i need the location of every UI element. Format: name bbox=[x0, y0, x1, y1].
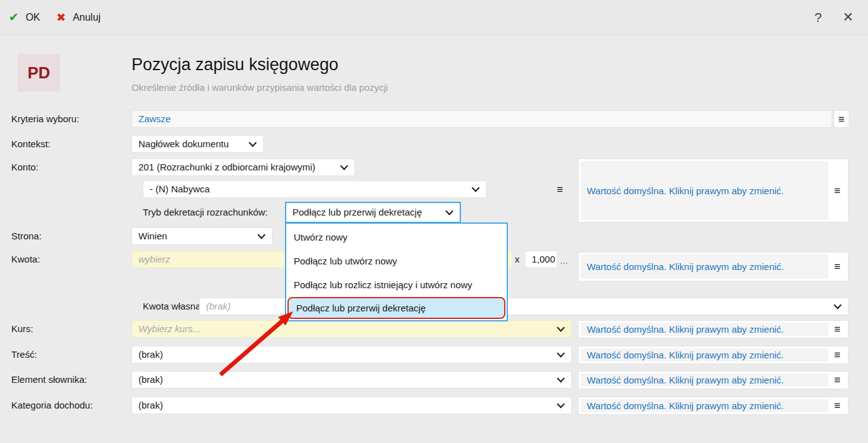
dropdown-option-podlacz-rozlicz-utworz[interactable]: Podłącz lub rozlicz istniejący i utwórz … bbox=[286, 273, 507, 297]
strona-label: Strona: bbox=[11, 227, 41, 245]
menu-icon: ≡ bbox=[834, 185, 840, 196]
menu-icon: ≡ bbox=[557, 184, 563, 195]
konto-select[interactable]: 201 (Rozrachunki z odbiorcami krajowymi) bbox=[132, 159, 355, 176]
strona-select[interactable]: Winien bbox=[132, 227, 272, 245]
subkonto-value: - (N) Nabywca bbox=[150, 184, 210, 194]
cancel-button[interactable]: ✖ Anuluj bbox=[56, 11, 101, 24]
menu-icon: ≡ bbox=[834, 350, 840, 360]
ok-button[interactable]: ✔ OK bbox=[9, 10, 40, 24]
chevron-down-icon bbox=[557, 350, 565, 358]
kwota-multiplier-input[interactable]: 1,000 bbox=[525, 251, 557, 268]
konto-hint-menu-button[interactable]: ≡ bbox=[829, 161, 846, 220]
close-icon[interactable]: × bbox=[843, 9, 853, 26]
toolbar-left: ✔ OK ✖ Anuluj bbox=[0, 10, 101, 24]
kwota-hint-menu-button[interactable]: ≡ bbox=[829, 254, 846, 279]
tresc-default-hint-text: Wartość domyślna. Kliknij prawym aby zmi… bbox=[581, 348, 829, 362]
toolbar-right: ? × bbox=[815, 9, 868, 26]
menu-icon: ≡ bbox=[834, 400, 840, 411]
chevron-down-icon bbox=[445, 207, 453, 216]
tryb-dekretacji-dropdown-list: Utwórz nowy Podłącz lub utwórz nowy Podł… bbox=[285, 222, 508, 321]
kontekst-value: Nagłówek dokumentu bbox=[138, 138, 229, 149]
element-default-hint-text: Wartość domyślna. Kliknij prawym aby zmi… bbox=[581, 373, 829, 387]
tresc-label: Treść: bbox=[11, 346, 37, 363]
tresc-hint-menu-button[interactable]: ≡ bbox=[829, 348, 846, 362]
tryb-dekretacji-value: Podłącz lub przerwij dekretację bbox=[292, 207, 422, 217]
kryteria-wyboru-field[interactable]: Zawsze bbox=[132, 110, 832, 128]
menu-icon: ≡ bbox=[834, 375, 840, 385]
kryteria-wyboru-label: Kryteria wyboru: bbox=[11, 110, 79, 128]
page-title: Pozycja zapisu księgowego bbox=[132, 55, 338, 75]
chevron-down-icon bbox=[249, 139, 257, 147]
kontekst-select[interactable]: Nagłówek dokumentu bbox=[132, 135, 264, 153]
chevron-down-icon bbox=[472, 184, 480, 192]
element-slownika-select[interactable]: (brak) bbox=[132, 371, 572, 388]
pd-badge: PD bbox=[18, 54, 60, 91]
tresc-value: (brak) bbox=[138, 349, 163, 360]
cross-icon: ✖ bbox=[56, 11, 66, 24]
kurs-input[interactable]: Wybierz kurs... bbox=[132, 320, 572, 338]
konto-default-hint-text: Wartość domyślna. Kliknij prawym aby zmi… bbox=[581, 161, 829, 220]
help-icon[interactable]: ? bbox=[815, 10, 822, 25]
konto-value: 201 (Rozrachunki z odbiorcami krajowymi) bbox=[138, 162, 316, 172]
element-hint-menu-button[interactable]: ≡ bbox=[829, 373, 846, 387]
kwota-more-button[interactable]: ... bbox=[560, 252, 568, 269]
kurs-default-hint-text: Wartość domyślna. Kliknij prawym aby zmi… bbox=[581, 323, 829, 336]
chevron-down-icon bbox=[340, 162, 348, 170]
chevron-down-icon bbox=[557, 400, 565, 409]
kurs-default-hint-panel[interactable]: Wartość domyślna. Kliknij prawym aby zmi… bbox=[578, 320, 849, 338]
dialog-pozycja-zapisu: ✔ OK ✖ Anuluj ? × PD Pozycja zapisu księ… bbox=[0, 0, 868, 443]
strona-value: Winien bbox=[138, 231, 167, 241]
kategoria-dochodu-label: Kategoria dochodu: bbox=[11, 397, 93, 414]
chevron-down-icon bbox=[834, 301, 842, 310]
dropdown-option-podlacz-przerwij-selected[interactable]: Podłącz lub przerwij dekretację bbox=[287, 297, 505, 319]
check-icon: ✔ bbox=[9, 10, 19, 24]
kategoria-dochodu-select[interactable]: (brak) bbox=[132, 397, 572, 414]
kurs-hint-menu-button[interactable]: ≡ bbox=[829, 323, 846, 336]
menu-icon: ≡ bbox=[834, 324, 840, 335]
kategoria-default-hint-panel[interactable]: Wartość domyślna. Kliknij prawym aby zmi… bbox=[578, 397, 849, 415]
chevron-down-icon bbox=[557, 324, 565, 332]
dropdown-option-utworz-nowy[interactable]: Utwórz nowy bbox=[286, 226, 507, 249]
kwota-wlasna-label: Kwota własna: bbox=[143, 298, 204, 315]
kryteria-wyboru-value: Zawsze bbox=[138, 113, 171, 124]
subkonto-select[interactable]: - (N) Nabywca bbox=[143, 180, 487, 198]
kwota-multiplier-label: x bbox=[515, 251, 520, 268]
kwota-placeholder: wybierz bbox=[138, 254, 170, 264]
chevron-down-icon bbox=[257, 231, 266, 239]
dropdown-option-podlacz-lub-utworz[interactable]: Podłącz lub utwórz nowy bbox=[286, 249, 507, 273]
cancel-button-label: Anuluj bbox=[73, 12, 100, 23]
kwota-label: Kwota: bbox=[11, 251, 40, 268]
tryb-dekretacji-select[interactable]: Podłącz lub przerwij dekretację bbox=[285, 202, 461, 223]
kurs-placeholder: Wybierz kurs... bbox=[138, 323, 200, 334]
kryteria-menu-button[interactable]: ≡ bbox=[834, 110, 849, 128]
tresc-select[interactable]: (brak) bbox=[132, 346, 572, 363]
kategoria-dochodu-value: (brak) bbox=[138, 400, 163, 410]
tresc-default-hint-panel[interactable]: Wartość domyślna. Kliknij prawym aby zmi… bbox=[578, 346, 849, 364]
konto-label: Konto: bbox=[11, 159, 38, 176]
konto-default-hint-panel[interactable]: Wartość domyślna. Kliknij prawym aby zmi… bbox=[578, 159, 849, 222]
red-arrow-annotation bbox=[213, 300, 301, 381]
kategoria-hint-menu-button[interactable]: ≡ bbox=[829, 399, 846, 412]
element-slownika-value: (brak) bbox=[138, 374, 163, 385]
subkonto-menu-button[interactable]: ≡ bbox=[554, 180, 566, 198]
menu-icon: ≡ bbox=[839, 114, 845, 125]
menu-icon: ≡ bbox=[834, 261, 840, 272]
element-slownika-label: Element słownika: bbox=[11, 371, 87, 388]
chevron-down-icon bbox=[557, 375, 565, 383]
kategoria-default-hint-text: Wartość domyślna. Kliknij prawym aby zmi… bbox=[581, 399, 829, 412]
kurs-label: Kurs: bbox=[11, 320, 33, 338]
toolbar: ✔ OK ✖ Anuluj ? × bbox=[0, 0, 868, 35]
kwota-default-hint-panel[interactable]: Wartość domyślna. Kliknij prawym aby zmi… bbox=[578, 252, 849, 281]
element-default-hint-panel[interactable]: Wartość domyślna. Kliknij prawym aby zmi… bbox=[578, 371, 849, 389]
page-subtitle: Określenie źródła i warunków przypisania… bbox=[132, 82, 388, 93]
tryb-dekretacji-label: Tryb dekretacji rozrachunków: bbox=[143, 204, 268, 221]
kwota-multiplier-value: 1,000 bbox=[532, 254, 555, 264]
kontekst-label: Kontekst: bbox=[11, 135, 51, 153]
kwota-default-hint-text: Wartość domyślna. Kliknij prawym aby zmi… bbox=[581, 254, 829, 279]
ok-button-label: OK bbox=[26, 12, 40, 23]
